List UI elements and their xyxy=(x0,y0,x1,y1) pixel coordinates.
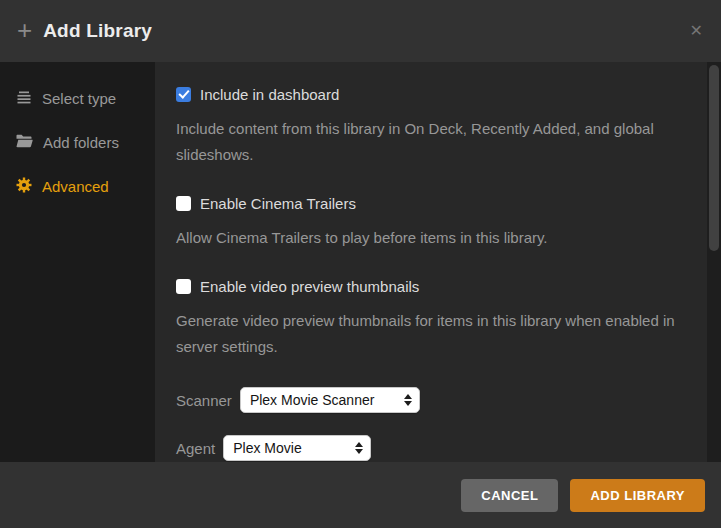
dialog-header: + Add Library ✕ xyxy=(0,0,721,62)
agent-label: Agent xyxy=(176,440,215,457)
scrollbar-thumb[interactable] xyxy=(709,65,719,251)
cinema-trailers-description: Allow Cinema Trailers to play before ite… xyxy=(176,225,675,251)
scanner-select-value: Plex Movie Scanner xyxy=(250,392,375,408)
video-preview-row: Enable video preview thumbnails xyxy=(176,278,675,295)
plus-icon: + xyxy=(17,17,32,43)
cinema-trailers-label: Enable Cinema Trailers xyxy=(200,195,356,212)
include-dashboard-label: Include in dashboard xyxy=(200,86,339,103)
add-library-button[interactable]: ADD LIBRARY xyxy=(570,479,705,512)
list-lines-icon xyxy=(16,90,32,107)
dialog-footer: CANCEL ADD LIBRARY xyxy=(0,462,721,528)
sidebar-item-select-type[interactable]: Select type xyxy=(0,76,155,120)
scrollbar-track[interactable] xyxy=(707,62,721,462)
close-icon[interactable]: ✕ xyxy=(690,23,703,39)
dialog-title: Add Library xyxy=(43,20,152,42)
advanced-settings-panel: Include in dashboard Include content fro… xyxy=(155,62,721,462)
video-preview-checkbox[interactable] xyxy=(176,279,191,294)
sidebar-item-advanced[interactable]: Advanced xyxy=(0,164,155,208)
select-stepper-icon xyxy=(355,442,363,454)
include-dashboard-checkbox[interactable] xyxy=(176,87,191,102)
scanner-label: Scanner xyxy=(176,392,232,409)
sidebar: Select type Add folders xyxy=(0,62,155,462)
sidebar-item-label: Select type xyxy=(42,90,116,107)
gear-icon xyxy=(16,177,32,196)
scanner-select[interactable]: Plex Movie Scanner xyxy=(240,387,420,413)
sidebar-item-label: Add folders xyxy=(43,134,119,151)
scanner-row: Scanner Plex Movie Scanner xyxy=(176,387,675,413)
cinema-trailers-row: Enable Cinema Trailers xyxy=(176,195,675,212)
add-library-dialog: + Add Library ✕ Select type xyxy=(0,0,721,528)
cinema-trailers-checkbox[interactable] xyxy=(176,196,191,211)
agent-select[interactable]: Plex Movie xyxy=(223,435,371,461)
include-dashboard-row: Include in dashboard xyxy=(176,86,675,103)
agent-select-value: Plex Movie xyxy=(233,440,301,456)
sidebar-item-label: Advanced xyxy=(42,178,109,195)
include-dashboard-description: Include content from this library in On … xyxy=(176,116,675,168)
agent-row: Agent Plex Movie xyxy=(176,435,675,461)
video-preview-description: Generate video preview thumbnails for it… xyxy=(176,308,675,360)
sidebar-item-add-folders[interactable]: Add folders xyxy=(0,120,155,164)
video-preview-label: Enable video preview thumbnails xyxy=(200,278,419,295)
dialog-body: Select type Add folders xyxy=(0,62,721,462)
select-stepper-icon xyxy=(404,394,412,406)
folder-icon xyxy=(16,134,33,151)
cancel-button[interactable]: CANCEL xyxy=(461,479,558,512)
